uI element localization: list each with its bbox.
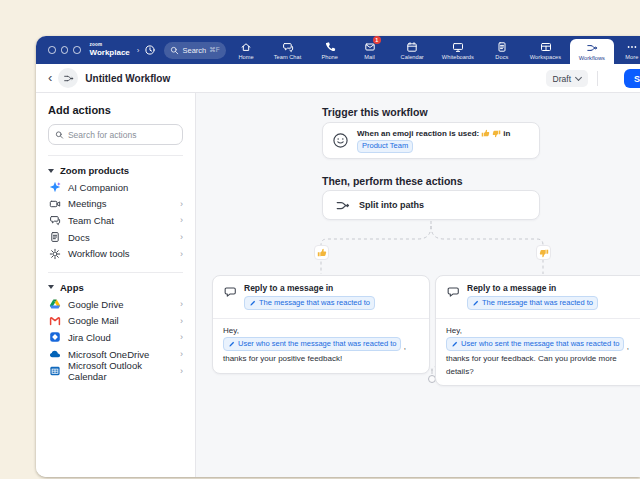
thumbs-down-icon (539, 248, 549, 258)
window-zoom-button[interactable] (73, 46, 81, 54)
trigger-card-text: When an emoji reaction is used: in Produ… (357, 128, 510, 154)
caret-down-icon (48, 285, 54, 289)
navbar-tabs: Home Team Chat Phone 1 Mail Calendar (226, 36, 640, 64)
nav-item-more[interactable]: More (614, 36, 640, 64)
sidebar-item-team-chat[interactable]: Team Chat › (48, 212, 183, 229)
sidebar-item-jira-cloud[interactable]: Jira Cloud › (48, 329, 183, 346)
sidebar-item-ai-companion[interactable]: AI Companion (48, 179, 183, 196)
pencil-icon (249, 299, 257, 307)
message-chip[interactable]: The message that was reacted to (467, 296, 598, 310)
main-area: Add actions Zoom products AI Companion (36, 93, 640, 477)
actions-heading: Then, perform these actions (322, 175, 463, 187)
split-into-paths-card[interactable]: Split into paths (322, 190, 540, 220)
split-paths-icon (335, 198, 350, 213)
desktop: { "navbar": { "logo": { "top": "zoom", "… (0, 0, 640, 479)
nav-item-team-chat[interactable]: Team Chat (266, 36, 310, 64)
section-zoom-products[interactable]: Zoom products (48, 162, 183, 179)
caret-down-icon (48, 169, 54, 173)
thumbs-up-icon (317, 248, 327, 258)
chevron-right-icon: › (180, 316, 183, 326)
nav-item-workspaces[interactable]: Workspaces (522, 36, 570, 64)
phone-icon (324, 41, 336, 53)
search-shortcut: ⌘F (209, 46, 219, 54)
message-chip[interactable]: The message that was reacted to (244, 296, 375, 310)
trigger-card[interactable]: When an emoji reaction is used: in Produ… (322, 122, 540, 159)
user-chip[interactable]: User who sent the message that was react… (223, 337, 401, 351)
pencil-icon (228, 340, 236, 348)
workspaces-icon (540, 41, 552, 53)
gear-icon (49, 248, 61, 260)
thumbs-down-icon (492, 129, 501, 138)
nav-item-whiteboards[interactable]: Whiteboards (434, 36, 482, 64)
window-minimize-button[interactable] (61, 46, 69, 54)
split-card-label: Split into paths (359, 200, 424, 210)
calendar-icon (406, 41, 418, 53)
channel-chip[interactable]: Product Team (357, 140, 413, 154)
nav-item-docs[interactable]: Docs (482, 36, 522, 64)
branch-thumbs-up-badge[interactable] (314, 245, 329, 260)
toolbar-divider (597, 71, 598, 86)
sidebar-item-workflow-tools[interactable]: Workflow tools › (48, 245, 183, 262)
back-button[interactable]: ‹ (48, 70, 52, 85)
branch-thumbs-down-badge[interactable] (536, 245, 551, 260)
chevron-down-icon (575, 74, 582, 81)
team-chat-icon (282, 41, 294, 53)
search-placeholder: Search (182, 46, 206, 55)
actions-sidebar: Add actions Zoom products AI Companion (36, 93, 196, 477)
window-close-button[interactable] (48, 46, 56, 54)
sidebar-divider (48, 272, 183, 273)
more-icon (626, 41, 638, 53)
sidebar-item-microsoft-outlook-calendar[interactable]: Microsoft Outlook Calendar › (48, 362, 183, 379)
chevron-right-icon: › (180, 299, 183, 309)
nav-item-workflows[interactable]: Workflows (570, 39, 614, 64)
nav-item-calendar[interactable]: Calendar (390, 36, 434, 64)
outlook-calendar-icon (49, 365, 61, 377)
onedrive-icon (49, 348, 61, 360)
chat-bubble-icon (446, 285, 460, 299)
nav-item-home[interactable]: Home (226, 36, 266, 64)
workflows-icon (586, 42, 598, 54)
whiteboards-icon (452, 41, 464, 53)
reply-card-positive[interactable]: Reply to a message in The message that w… (212, 275, 430, 374)
history-icon[interactable] (144, 44, 156, 56)
pencil-icon (472, 299, 480, 307)
status-dropdown[interactable]: Draft (546, 70, 588, 87)
save-changes-button[interactable]: Save ch (624, 69, 640, 88)
card-title: Reply to a message in (244, 283, 375, 293)
status-label: Draft (553, 74, 571, 84)
jira-icon (49, 331, 61, 343)
actions-search-input[interactable] (68, 130, 176, 140)
chevron-right-icon: › (137, 46, 140, 55)
trigger-heading: Trigger this workflow (322, 106, 428, 118)
search-icon (55, 130, 64, 140)
chat-bubble-icon (223, 285, 237, 299)
user-chip[interactable]: User who sent the message that was react… (446, 337, 624, 351)
sidebar-item-google-drive[interactable]: Google Drive › (48, 296, 183, 313)
meetings-icon (49, 198, 61, 210)
nav-item-phone[interactable]: Phone (310, 36, 350, 64)
home-icon (240, 41, 252, 53)
chevron-right-icon: › (180, 366, 183, 376)
reply-message-text: Hey, User who sent the message that was … (213, 319, 429, 373)
sidebar-divider (48, 155, 183, 156)
sidebar-item-docs[interactable]: Docs › (48, 229, 183, 246)
pencil-icon (451, 340, 459, 348)
gmail-icon (49, 315, 61, 327)
sidebar-item-meetings[interactable]: Meetings › (48, 196, 183, 213)
mail-unread-badge: 1 (373, 36, 381, 44)
chevron-right-icon: › (180, 349, 183, 359)
card-title: Reply to a message in (467, 283, 598, 293)
actions-search-field[interactable] (48, 124, 183, 145)
zoom-workplace-logo: zoom Workplace (90, 43, 130, 57)
global-search-input[interactable]: Search ⌘F (164, 42, 225, 59)
page-title: Untitled Workflow (85, 73, 170, 84)
reply-card-details[interactable]: Reply to a message in The message that w… (435, 275, 640, 386)
sidebar-heading: Add actions (48, 104, 183, 116)
workflow-canvas[interactable]: Trigger this workflow When an emoji reac… (196, 93, 640, 477)
search-icon (170, 41, 179, 59)
workflow-toolbar: ‹ Untitled Workflow Draft Save ch (36, 64, 640, 93)
sidebar-item-google-mail[interactable]: Google Mail › (48, 313, 183, 330)
nav-item-mail[interactable]: 1 Mail (350, 36, 390, 64)
section-apps[interactable]: Apps (48, 279, 183, 296)
emoji-reaction-icon (332, 132, 349, 149)
